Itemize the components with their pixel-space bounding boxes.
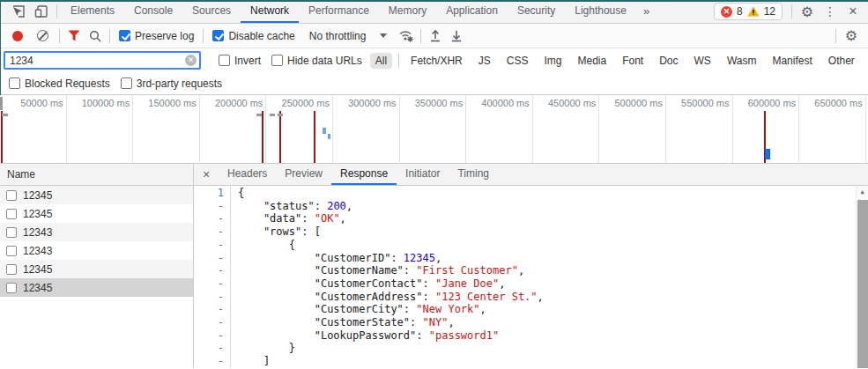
chevron-down-icon (380, 33, 387, 38)
network-conditions-icon[interactable] (396, 26, 417, 47)
json-string: "OK" (315, 212, 340, 225)
gutter-line: - (194, 277, 224, 291)
device-toolbar-icon[interactable] (30, 1, 53, 22)
close-devtools-icon[interactable]: × (842, 1, 864, 22)
more-tabs-chevron[interactable]: » (636, 4, 657, 19)
tab-lighthouse[interactable]: Lighthouse (565, 0, 636, 23)
request-row[interactable]: 12345 (0, 260, 193, 278)
json-text: , (518, 264, 524, 277)
filter-type-ws[interactable]: WS (689, 53, 716, 69)
disable-cache-checkbox[interactable]: Disable cache (212, 30, 294, 42)
network-settings-gear-icon[interactable]: ⚙ (840, 26, 863, 47)
name-column-header[interactable]: Name (0, 164, 193, 186)
record-network-log-button[interactable] (12, 31, 23, 41)
close-detail-icon[interactable]: × (194, 164, 219, 185)
search-icon[interactable] (85, 26, 106, 47)
detail-tab-headers[interactable]: Headers (219, 164, 276, 185)
hide-data-urls-checkbox[interactable]: Hide data URLs (271, 55, 362, 67)
request-checkbox[interactable] (6, 209, 17, 219)
export-har-icon[interactable] (446, 26, 467, 47)
filter-type-font[interactable]: Font (617, 53, 649, 69)
json-text: } (238, 342, 295, 354)
scrollbar-up-arrow[interactable]: ▲ (857, 186, 868, 199)
request-checkbox[interactable] (6, 264, 17, 275)
request-row[interactable]: 12343 (0, 241, 193, 260)
preserve-log-checkbox[interactable]: Preserve log (119, 30, 194, 42)
json-string: "password1" (429, 329, 499, 342)
code-line: } (238, 342, 868, 355)
blocked-requests-checkbox[interactable]: Blocked Requests (9, 77, 110, 90)
timeline-grid: 50000 ms100000 ms150000 ms200000 ms25000… (0, 95, 868, 163)
tab-security[interactable]: Security (508, 0, 565, 23)
tab-console[interactable]: Console (124, 0, 182, 23)
filter-type-js[interactable]: JS (473, 53, 496, 69)
json-string: "NY" (423, 316, 449, 328)
divider (56, 4, 57, 18)
filter-type-media[interactable]: Media (572, 53, 612, 69)
request-row[interactable]: 12343 (0, 223, 193, 241)
filter-type-wasm[interactable]: Wasm (722, 53, 762, 69)
gutter-line: - (194, 225, 224, 239)
detail-tab-timing[interactable]: Timing (449, 164, 498, 185)
tab-memory[interactable]: Memory (379, 0, 436, 23)
timeline-tick: 550000 ms (666, 95, 733, 163)
detail-tab-initiator[interactable]: Initiator (397, 164, 449, 185)
hide-data-urls-label: Hide data URLs (287, 55, 362, 67)
filter-type-manifest[interactable]: Manifest (767, 53, 817, 69)
filter-type-doc[interactable]: Doc (654, 53, 683, 69)
filter-type-fetch-xhr[interactable]: Fetch/XHR (405, 53, 468, 69)
inspect-element-icon[interactable] (7, 1, 30, 22)
request-row[interactable]: 12345 (0, 204, 193, 223)
detail-tab-preview[interactable]: Preview (276, 164, 331, 185)
gutter-line: - (194, 355, 224, 368)
vertical-scrollbar[interactable]: ▲ (856, 186, 868, 368)
timeline-tick: 350000 ms (400, 95, 467, 163)
divider (109, 29, 110, 43)
network-overview-timeline[interactable]: 50000 ms100000 ms150000 ms200000 ms25000… (0, 95, 868, 164)
console-issue-badges[interactable]: ✕ 8 12 (714, 3, 783, 20)
gutter-line: - (194, 316, 224, 329)
filter-type-all[interactable]: All (370, 53, 392, 69)
filter-section: ✕ Invert Hide data URLs AllFetch/XHRJSCS… (0, 48, 868, 95)
json-string: "New York" (416, 303, 479, 315)
overview-scroll-nub[interactable] (0, 97, 3, 110)
request-checkbox[interactable] (6, 190, 17, 201)
kebab-menu-icon[interactable]: ⋮ (819, 1, 842, 22)
request-detail-panel: × HeadersPreviewResponseInitiatorTiming … (194, 164, 868, 368)
tab-network[interactable]: Network (241, 0, 299, 23)
request-row[interactable]: 12345 (0, 278, 193, 297)
divider (420, 29, 421, 43)
json-string: "Jane Doe" (435, 277, 499, 290)
filter-type-img[interactable]: Img (538, 53, 567, 69)
tab-elements[interactable]: Elements (61, 0, 124, 23)
request-mini-bar-blue (323, 128, 326, 134)
request-checkbox[interactable] (6, 283, 17, 293)
json-string: "First Customer" (416, 264, 518, 277)
tab-performance[interactable]: Performance (299, 0, 379, 23)
throttling-select[interactable]: No throttling (309, 30, 388, 42)
request-checkbox[interactable] (6, 227, 17, 238)
gutter-line: - (194, 239, 224, 252)
checkbox-checked-icon (212, 30, 224, 41)
request-checkbox[interactable] (6, 246, 17, 256)
filter-type-other[interactable]: Other (823, 53, 860, 69)
third-party-requests-checkbox[interactable]: 3rd-party requests (121, 77, 222, 90)
json-text: "CustomerName": (238, 264, 416, 277)
request-mini-bar (2, 114, 8, 116)
clear-filter-icon[interactable]: ✕ (185, 55, 197, 66)
filter-type-css[interactable]: CSS (501, 53, 534, 69)
scrollbar-thumb[interactable] (857, 200, 868, 368)
filter-row-secondary: Blocked Requests 3rd-party requests (0, 72, 868, 94)
request-row[interactable]: 12345 (0, 186, 193, 204)
request-name: 12345 (23, 263, 52, 276)
clear-network-log-icon[interactable] (37, 30, 48, 41)
tab-application[interactable]: Application (436, 0, 508, 23)
tab-sources[interactable]: Sources (182, 0, 241, 23)
code-line: { (238, 187, 868, 200)
filter-funnel-icon[interactable] (63, 26, 85, 47)
invert-checkbox[interactable]: Invert (219, 55, 261, 67)
settings-gear-icon[interactable]: ⚙ (796, 1, 819, 22)
filter-input[interactable] (4, 51, 201, 70)
import-har-icon[interactable] (425, 26, 446, 47)
detail-tab-response[interactable]: Response (331, 164, 397, 185)
